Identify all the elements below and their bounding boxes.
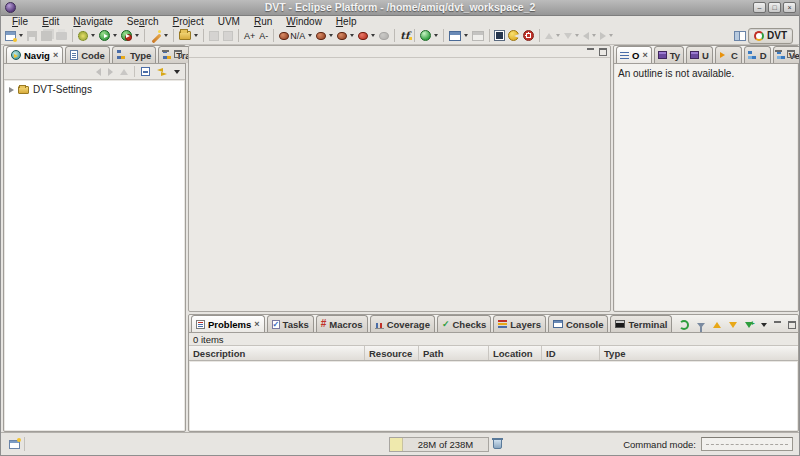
tab-outline[interactable]: O × [616, 46, 652, 63]
maximize-view-button[interactable] [787, 50, 795, 58]
menu-uvm[interactable]: UVM [211, 16, 247, 27]
minimize-view-button[interactable] [162, 50, 170, 58]
next-problem-button[interactable] [728, 318, 738, 332]
nav-up-button[interactable] [119, 65, 129, 79]
tab-layers[interactable]: Layers [493, 315, 546, 332]
open-perspective-button[interactable] [732, 28, 748, 44]
garbage-collect-button[interactable] [493, 439, 502, 449]
menu-file[interactable]: File [5, 16, 35, 27]
annotate-wand-button[interactable] [148, 28, 170, 44]
add-filter-button[interactable] [744, 318, 754, 332]
close-window-button[interactable]: × [783, 2, 796, 13]
view-menu-button[interactable] [173, 65, 181, 79]
simulation-button[interactable] [418, 28, 440, 44]
minimize-window-button[interactable]: – [753, 2, 766, 13]
menu-edit[interactable]: Edit [35, 16, 66, 27]
menu-run[interactable]: Run [247, 16, 279, 27]
close-tab-icon[interactable]: × [642, 51, 647, 60]
next-annotation-button[interactable] [543, 28, 562, 44]
debug-bug-stop-button[interactable] [356, 28, 377, 44]
print-button[interactable] [54, 28, 69, 44]
column-location[interactable]: Location [489, 346, 542, 360]
column-description[interactable]: Description [189, 346, 365, 360]
editor-area[interactable] [188, 45, 611, 312]
previous-problem-button[interactable] [712, 318, 722, 332]
save-button[interactable] [25, 28, 39, 44]
tab-types[interactable]: Ty [654, 46, 684, 63]
editor-tool-1-button[interactable] [207, 28, 221, 44]
previous-annotation-icon [564, 33, 572, 39]
open-folder-button[interactable] [177, 28, 200, 44]
tab-compile-order[interactable]: C [715, 46, 742, 63]
font-smaller-button[interactable]: A- [257, 28, 270, 44]
editor-tool-2-button[interactable] [221, 28, 235, 44]
refresh-button[interactable] [678, 318, 690, 332]
column-id[interactable]: ID [542, 346, 600, 360]
tab-coverage[interactable]: Coverage [370, 315, 435, 332]
close-tab-icon[interactable]: × [53, 51, 58, 60]
filter-icon [697, 323, 705, 328]
minimize-editor-button[interactable] [587, 48, 595, 56]
debug-bug-2-button[interactable] [335, 28, 356, 44]
run-button[interactable] [97, 28, 119, 44]
maximize-view-button[interactable] [174, 50, 182, 58]
menu-window[interactable]: Window [279, 16, 329, 27]
minimize-view-button[interactable] [774, 321, 782, 329]
link-with-editor-button[interactable] [156, 65, 168, 79]
tab-uvm-browser[interactable]: U [686, 46, 713, 63]
menu-navigate[interactable]: Navigate [66, 16, 119, 27]
maximize-editor-button[interactable] [599, 48, 607, 56]
tab-problems[interactable]: Problems × [191, 315, 265, 332]
close-tab-icon[interactable]: × [254, 320, 259, 329]
debug-bug-1-button[interactable] [314, 28, 335, 44]
dvt-tips-button[interactable] [506, 28, 521, 44]
console-display-button[interactable] [447, 28, 470, 44]
debug-bug-disabled-button[interactable] [377, 28, 391, 44]
menu-project[interactable]: Project [166, 16, 211, 27]
previous-annotation-button[interactable] [562, 28, 581, 44]
tab-macros[interactable]: # Macros [316, 315, 368, 332]
tree-expander-icon[interactable] [9, 87, 14, 93]
problems-table-body[interactable] [190, 362, 797, 430]
menu-search[interactable]: Search [120, 16, 166, 27]
save-all-button[interactable] [39, 28, 54, 44]
column-resource[interactable]: Resource [365, 346, 419, 360]
new-wizard-button[interactable] [3, 28, 25, 44]
waveform-button[interactable]: tf [398, 28, 411, 44]
nav-forward-button[interactable] [107, 65, 114, 79]
tree-item-label: DVT-Settings [33, 84, 92, 95]
tab-navigator[interactable]: Navig × [6, 46, 63, 63]
tab-design-hierarchy[interactable]: D [744, 46, 771, 63]
tree-item-dvt-settings[interactable]: DVT-Settings [5, 81, 184, 95]
tab-terminal[interactable]: Terminal [610, 315, 672, 332]
fast-view-icon[interactable] [9, 440, 20, 449]
tab-tasks[interactable]: Tasks [267, 315, 314, 332]
tab-console[interactable]: Console [548, 315, 608, 332]
collapse-all-button[interactable] [140, 65, 151, 79]
minimize-view-button[interactable] [775, 50, 783, 58]
help-support-button[interactable] [521, 28, 536, 44]
add-filter-icon [745, 322, 753, 328]
column-path[interactable]: Path [419, 346, 489, 360]
forward-history-button[interactable] [598, 28, 615, 44]
tab-type[interactable]: Type [112, 46, 156, 63]
command-mode-input[interactable] [701, 437, 793, 451]
console-display-disabled-button[interactable] [470, 28, 486, 44]
run-external-tools-button[interactable] [119, 28, 141, 44]
tab-code[interactable]: Code [65, 46, 110, 63]
tab-checks[interactable]: ✓ Checks [437, 315, 491, 332]
view-menu-button[interactable] [760, 318, 768, 332]
column-type[interactable]: Type [600, 346, 798, 360]
maximize-view-button[interactable] [788, 321, 796, 329]
block-selection-toggle[interactable] [493, 28, 506, 44]
font-bigger-button[interactable]: A+ [242, 28, 257, 44]
dvt-perspective-button[interactable]: DVT [748, 28, 793, 44]
debug-button[interactable] [76, 28, 97, 44]
down-arrow-icon [729, 322, 737, 328]
back-history-button[interactable] [581, 28, 598, 44]
menu-help[interactable]: Help [329, 16, 364, 27]
compile-status-button[interactable]: N/A [277, 28, 314, 44]
maximize-window-button[interactable]: □ [768, 2, 781, 13]
nav-back-button[interactable] [95, 65, 102, 79]
filter-button[interactable] [696, 318, 706, 332]
